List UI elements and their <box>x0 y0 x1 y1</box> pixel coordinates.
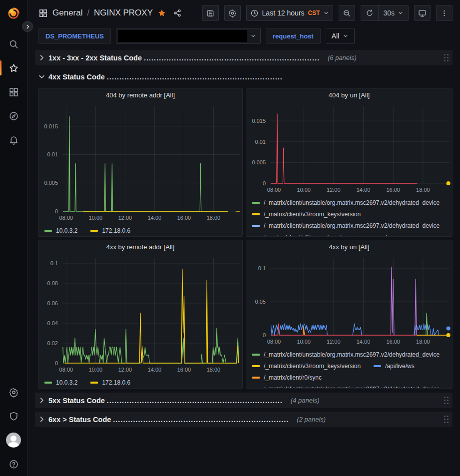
sidebar-item-starred[interactable] <box>0 56 27 80</box>
dashboard-squares-icon <box>38 8 48 18</box>
legend-label: /sw.js <box>385 234 400 237</box>
row-drag-handle[interactable] <box>444 416 449 423</box>
gear-icon <box>8 387 19 398</box>
sidebar-item-help[interactable] <box>0 452 27 476</box>
svg-text:0.06: 0.06 <box>47 300 58 306</box>
svg-text:14:00: 14:00 <box>357 339 371 345</box>
navbar-actions: Last 12 hours CST 30s <box>202 5 453 21</box>
sidebar-item-search[interactable] <box>0 32 27 56</box>
svg-text:0.1: 0.1 <box>50 260 58 266</box>
chevron-down-icon <box>398 10 404 16</box>
clock-icon <box>250 9 259 17</box>
share-icon[interactable] <box>173 8 182 17</box>
more-options-button[interactable] <box>436 5 453 21</box>
legend-item[interactable]: 10.0.3.2 <box>44 379 77 386</box>
panel-header[interactable]: 4xx by remote addr [All] <box>38 240 242 253</box>
svg-text:0.02: 0.02 <box>47 340 58 346</box>
sidebar-expand-button[interactable] <box>22 21 33 32</box>
time-range-label: Last 12 hours <box>262 9 305 17</box>
row-panel-count: (2 panels) <box>297 416 326 423</box>
legend-item[interactable]: 172.18.0.6 <box>90 227 130 234</box>
svg-text:0.04: 0.04 <box>47 320 58 326</box>
panel-header[interactable]: 4xx by uri [All] <box>246 240 452 253</box>
legend-item[interactable]: /_matrix/client/unstable/org.matrix.msc2… <box>252 199 440 206</box>
row-6xx[interactable]: 6xx > Status Code ......................… <box>35 412 453 427</box>
row-leader-dots: ........................................… <box>144 54 319 62</box>
chevron-down-icon <box>343 33 349 39</box>
legend-item[interactable]: /_matrix/client/v3/room_keys/version <box>252 363 361 370</box>
zoom-out-time-button[interactable] <box>339 5 355 21</box>
legend-item[interactable]: /_matrix/client/unstable/org.matrix.msc2… <box>252 351 440 358</box>
timeseries-chart-404-by-uri[interactable]: 00.0050.010.01508:0010:0012:0014:0016:00… <box>246 101 452 195</box>
breadcrumb-folder[interactable]: General <box>52 8 82 18</box>
dashboard-settings-button[interactable] <box>224 5 241 21</box>
legend-item[interactable]: /_matrix/client/v3/room_keys/version <box>252 234 361 237</box>
panel-title: 404 by uri [All] <box>329 91 370 99</box>
legend-item[interactable]: /_matrix/client/v3/room_keys/version <box>252 211 361 218</box>
shield-icon <box>8 411 19 422</box>
star-icon <box>8 63 19 73</box>
breadcrumb-dashboard-title[interactable]: NGINX PROXY <box>94 8 153 18</box>
panel-header[interactable]: 404 by uri [All] <box>246 88 452 101</box>
save-dashboard-button[interactable] <box>202 5 219 21</box>
timeseries-chart-4xx-by-uri[interactable]: 00.050.108:0010:0012:0014:0016:0018:00 <box>246 253 452 347</box>
panel-legend: /_matrix/client/unstable/org.matrix.msc2… <box>246 347 452 389</box>
panel-title: 404 by remote addr [All] <box>106 91 175 99</box>
legend-row: /_matrix/client/unstable/org.matrix.msc2… <box>252 220 446 231</box>
sidebar-item-alerting[interactable] <box>0 128 27 152</box>
time-range-picker[interactable]: Last 12 hours CST <box>246 5 334 21</box>
monitor-icon <box>418 9 427 17</box>
svg-text:0.01: 0.01 <box>47 151 58 157</box>
legend-swatch <box>252 213 260 215</box>
breadcrumb: General / NGINX PROXY <box>38 8 182 18</box>
bell-icon <box>8 135 19 145</box>
sidebar-item-configuration[interactable] <box>0 380 27 404</box>
svg-text:0.015: 0.015 <box>252 118 266 124</box>
row-leader-dots: ........................................… <box>107 397 282 405</box>
row-drag-handle[interactable] <box>444 54 449 61</box>
panel-header[interactable]: 404 by remote addr [All] <box>38 88 242 101</box>
row-4xx[interactable]: 4xx Status Code ........................… <box>35 69 453 84</box>
legend-label: /api/live/ws <box>385 363 415 370</box>
legend-item[interactable]: /_matrix/client/unstable/org.matrix.msc2… <box>252 386 440 389</box>
favorite-star-icon[interactable] <box>157 8 166 17</box>
svg-text:0.01: 0.01 <box>255 139 266 145</box>
panel-legend: 10.0.3.2172.18.0.6 <box>38 223 242 236</box>
svg-text:12:00: 12:00 <box>327 187 341 193</box>
request-host-variable-select[interactable]: All <box>326 28 355 44</box>
legend-item[interactable]: 172.18.0.6 <box>90 379 130 386</box>
legend-item[interactable]: /_matrix/client/r0/sync <box>252 374 322 381</box>
cycle-view-mode-button[interactable] <box>414 5 431 21</box>
row-1xx-3xx-2xx[interactable]: 1xx - 3xx - 2xx Status Code ............… <box>35 50 453 65</box>
timeseries-chart-404-by-remote-addr[interactable]: 00.0050.010.01508:0010:0012:0014:0016:00… <box>38 101 242 223</box>
row-panel-count: (4 panels) <box>291 397 320 404</box>
chevron-right-icon <box>38 54 45 61</box>
svg-text:08:00: 08:00 <box>59 215 73 221</box>
legend-swatch <box>252 365 260 367</box>
svg-text:0: 0 <box>263 180 266 186</box>
sidebar-item-server-admin[interactable] <box>0 404 27 428</box>
svg-text:0: 0 <box>55 360 58 366</box>
svg-text:08:00: 08:00 <box>59 367 73 373</box>
legend-item[interactable]: /api/live/ws <box>374 363 415 370</box>
datasource-variable-select[interactable] <box>116 28 261 44</box>
svg-text:14:00: 14:00 <box>148 215 162 221</box>
refresh-interval-select[interactable]: 30s <box>378 5 408 20</box>
legend-label: /_matrix/client/r0/sync <box>264 374 322 381</box>
sidebar-item-dashboards[interactable] <box>0 80 27 104</box>
sidebar-item-explore[interactable] <box>0 104 27 128</box>
dashboard-navbar: General / NGINX PROXY Last 12 hours CST <box>27 0 460 26</box>
sidebar-item-profile[interactable] <box>0 428 27 452</box>
svg-text:10:00: 10:00 <box>297 187 311 193</box>
refresh-button[interactable] <box>361 5 378 20</box>
grafana-logo[interactable] <box>6 6 21 22</box>
user-avatar <box>6 433 21 448</box>
legend-item[interactable]: /sw.js <box>374 234 400 237</box>
legend-item[interactable]: 10.0.3.2 <box>44 227 77 234</box>
timeseries-chart-4xx-by-remote-addr[interactable]: 00.020.040.060.080.108:0010:0012:0014:00… <box>38 253 242 375</box>
legend-row: /_matrix/client/v3/room_keys/version <box>252 208 446 220</box>
row-5xx[interactable]: 5xx Status Code ........................… <box>35 393 453 408</box>
svg-text:16:00: 16:00 <box>386 187 400 193</box>
row-drag-handle[interactable] <box>444 397 449 404</box>
legend-item[interactable]: /_matrix/client/unstable/org.matrix.msc2… <box>252 222 440 229</box>
